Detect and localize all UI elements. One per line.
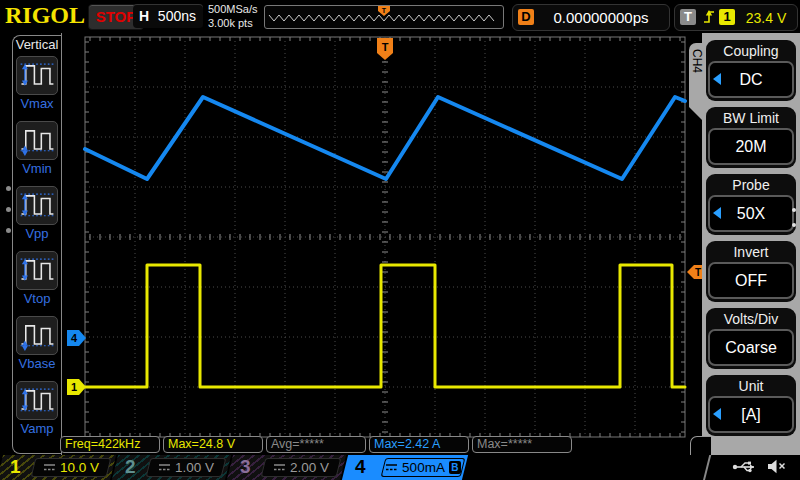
waveform-display: TT41	[62, 33, 702, 455]
measurement-readout: Max=*****	[472, 436, 572, 453]
timebase-value: 500ns	[158, 8, 196, 24]
left-menu-item-label: Vamp	[13, 421, 61, 436]
menu-item-probe[interactable]: Probe50X	[706, 174, 796, 235]
left-menu-item-label: Vmin	[13, 161, 61, 176]
left-menu-item-vpp[interactable]: Vpp	[13, 186, 61, 251]
horizontal-scale-box[interactable]: H 500ns	[133, 4, 203, 28]
bw-limit-badge: B	[449, 461, 461, 474]
select-arrow-icon	[713, 207, 721, 219]
channel-status-bar: 1 10.0 V2 1.00 V3 2.00 V4 500mAB	[0, 455, 800, 480]
left-menu-item-label: Vmax	[13, 96, 61, 111]
channel-ground-marker[interactable]: 4	[67, 330, 86, 346]
trigger-level-marker[interactable]: T	[687, 265, 702, 279]
graticule-grid	[85, 37, 685, 437]
left-menu-item-vamp[interactable]: Vamp	[13, 381, 61, 446]
bar-divider	[702, 455, 711, 480]
menu-item-label: Coupling	[708, 41, 794, 61]
usb-icon	[732, 460, 758, 478]
left-menu-item-label: Vpp	[13, 226, 61, 241]
memory-depth: 3.00k pts	[208, 16, 258, 30]
left-menu-item-vtop[interactable]: Vtop	[13, 251, 61, 316]
svg-text:T: T	[695, 267, 701, 278]
page-indicator-dot	[792, 223, 796, 227]
delay-badge: D	[518, 9, 534, 25]
channel-2-number[interactable]: 2	[125, 456, 136, 478]
menu-page-tab	[690, 436, 711, 456]
rigol-logo: RIGOL	[5, 2, 85, 29]
top-bar: RIGOL STOP H 500ns 500MSa/s 3.00k pts T …	[0, 0, 800, 33]
speaker-muted-icon	[767, 459, 786, 478]
channel-3-number[interactable]: 3	[240, 456, 251, 478]
menu-item-volts-div[interactable]: Volts/DivCoarse	[706, 308, 796, 369]
channel-4-number[interactable]: 4	[355, 456, 366, 478]
page-indicator-dot	[6, 186, 11, 191]
vtop-icon	[16, 251, 58, 290]
menu-item-label: Unit	[708, 376, 794, 396]
left-menu-item-label: Vbase	[13, 356, 61, 371]
measurement-strip: Freq=422kHzMax=24.8 VAvg=*****Max=2.42 A…	[60, 436, 692, 455]
svg-text:4: 4	[71, 332, 78, 344]
oscilloscope-screen: RIGOL STOP H 500ns 500MSa/s 3.00k pts T …	[0, 0, 800, 480]
sample-rate: 500MSa/s	[208, 2, 258, 16]
preview-waveform-icon: T	[265, 6, 501, 26]
vbase-icon	[16, 316, 58, 355]
dc-coupling-icon	[43, 463, 56, 472]
select-arrow-icon	[713, 408, 721, 420]
vpp-icon	[16, 186, 58, 225]
trigger-source-badge: 1	[719, 9, 735, 25]
acquisition-info: 500MSa/s 3.00k pts	[208, 2, 258, 30]
measure-menu-panel: Vertical VmaxVminVppVtopVbaseVamp	[0, 33, 62, 455]
delay-readout[interactable]: D 0.00000000ps	[512, 4, 670, 31]
page-indicator-dot	[6, 207, 11, 212]
channel-2-scale-box[interactable]: 1.00 V	[146, 458, 227, 477]
channel-3-scale: 2.00 V	[290, 460, 329, 475]
menu-item-value: OFF	[708, 262, 794, 299]
dc-coupling-icon	[273, 463, 286, 472]
menu-item-coupling[interactable]: CouplingDC	[706, 40, 796, 101]
menu-item-label: Invert	[708, 242, 794, 262]
trigger-readout[interactable]: T 1 23.4 V	[674, 4, 798, 31]
select-arrow-icon	[713, 73, 721, 85]
rising-edge-icon	[702, 8, 716, 30]
menu-item-value: [A]	[708, 396, 794, 433]
trigger-position-marker[interactable]: T	[377, 38, 393, 60]
channel-4-scale-box[interactable]: 500mAB	[381, 458, 466, 477]
left-menu-item-label: Vtop	[13, 291, 61, 306]
svg-text:T: T	[382, 7, 387, 14]
channel-2-scale: 1.00 V	[175, 460, 214, 475]
vmax-icon	[16, 56, 58, 95]
measurement-readout: Freq=422kHz	[60, 436, 160, 453]
delay-value: 0.00000000ps	[537, 9, 665, 26]
channel-4-scale: 500mA	[402, 460, 445, 475]
dc-coupling-icon	[158, 463, 171, 472]
channel-1-number[interactable]: 1	[10, 456, 21, 478]
channel-1-scale: 10.0 V	[60, 460, 99, 475]
horizontal-label: H	[139, 8, 149, 24]
left-menu-item-vmax[interactable]: Vmax	[13, 56, 61, 121]
menu-item-bw-limit[interactable]: BW Limit20M	[706, 107, 796, 168]
menu-item-label: Probe	[708, 175, 794, 195]
menu-item-value: DC	[708, 61, 794, 98]
vmin-icon	[16, 121, 58, 160]
menu-item-value: Coarse	[708, 329, 794, 366]
page-indicator-dot	[6, 228, 11, 233]
left-menu-item-vmin[interactable]: Vmin	[13, 121, 61, 186]
channel-3-scale-box[interactable]: 2.00 V	[261, 458, 342, 477]
page-indicator-dot	[792, 208, 796, 212]
left-menu-title: Vertical	[12, 37, 62, 52]
menu-item-label: Volts/Div	[708, 309, 794, 329]
measurement-readout: Avg=*****	[266, 436, 366, 453]
svg-text:T: T	[382, 41, 389, 53]
left-menu-divider	[61, 33, 62, 455]
channel-ground-marker[interactable]: 1	[67, 379, 86, 395]
svg-text:1: 1	[71, 381, 77, 393]
menu-item-invert[interactable]: InvertOFF	[706, 241, 796, 302]
dc-coupling-icon	[385, 463, 398, 472]
channel-1-scale-box[interactable]: 10.0 V	[31, 458, 112, 477]
vamp-icon	[16, 381, 58, 420]
left-menu-item-vbase[interactable]: Vbase	[13, 316, 61, 381]
menu-item-label: BW Limit	[708, 108, 794, 128]
waveform-preview-bar[interactable]: T	[264, 5, 504, 29]
measurement-readout: Max=2.42 A	[369, 436, 469, 453]
menu-item-unit[interactable]: Unit[A]	[706, 375, 796, 436]
